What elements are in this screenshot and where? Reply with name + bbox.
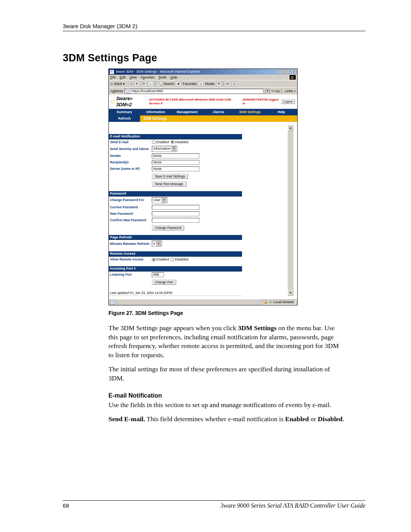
section-page-refresh: Page Refresh [109, 235, 242, 240]
media-label[interactable]: Media [205, 82, 215, 86]
section-password: Password [109, 191, 242, 197]
menu-favorites[interactable]: Favorites [140, 75, 155, 80]
stop-icon[interactable]: ✕ [134, 81, 140, 86]
tab-information[interactable]: Information [140, 109, 172, 115]
input-new-pw[interactable] [152, 211, 199, 216]
section-email: E-mail Notification [109, 134, 242, 139]
radio-remote-disabled[interactable]: Disabled [170, 257, 188, 262]
select-change-for[interactable]: User▼ [152, 197, 167, 203]
lock-icon: 🔒 [264, 300, 268, 304]
favorites-icon[interactable]: ★ [176, 81, 181, 86]
running-head: 3ware Disk Manager (3DM 2) [63, 23, 365, 29]
paragraph-1: The 3DM Settings page appears when you c… [108, 324, 344, 360]
page: 3ware Disk Manager (3DM 2) 3DM Settings … [0, 0, 411, 532]
label-new-pw: New Password [110, 212, 152, 216]
tab-management[interactable]: Management [172, 109, 203, 115]
change-password-button[interactable]: Change Password [152, 225, 184, 230]
input-server[interactable] [152, 166, 199, 171]
label-send-email: Send E-mail [110, 140, 152, 144]
tab-help[interactable]: Help [266, 109, 298, 115]
select-severity[interactable]: Information▼ [152, 146, 177, 152]
radio-email-enabled[interactable]: Enabled [152, 140, 169, 144]
history-icon[interactable]: ⟲ [216, 81, 221, 86]
status-page-icon: e [110, 300, 115, 304]
toolbar-separator [281, 88, 282, 94]
menu-tools[interactable]: Tools [158, 75, 166, 80]
label-sender: Sender [110, 154, 152, 158]
paragraph-3: Use the fields in this section to set up… [108, 401, 344, 410]
svg-rect-2 [291, 78, 292, 79]
save-email-button[interactable]: Save E-mail Settings [152, 174, 188, 179]
footer: 68 3ware 9000 Series Serial ATA RAID Con… [63, 500, 365, 509]
last-updated: Last updated Fri, Jan 23, 2004 12:09.20P… [109, 291, 242, 296]
close-button[interactable]: × [292, 70, 296, 74]
scrollbar[interactable]: ▲ ▼ [288, 125, 293, 296]
address-input[interactable]: e https://localhost:888/ [124, 89, 263, 94]
scroll-up-icon[interactable]: ▲ [288, 125, 293, 131]
go-button[interactable]: ↪ Go [271, 89, 280, 93]
menu-help[interactable]: Help [170, 75, 177, 80]
page-number: 68 [63, 502, 69, 509]
menu-edit[interactable]: Edit [120, 75, 126, 80]
input-confirm-pw[interactable] [152, 218, 199, 223]
scroll-down-icon[interactable]: ▼ [288, 290, 293, 296]
ie-icon: e [110, 70, 114, 74]
chevron-down-icon: ▼ [156, 241, 161, 246]
change-port-button[interactable]: Change Port [152, 280, 176, 285]
print-icon[interactable]: ⎙ [232, 81, 237, 86]
tab-summary[interactable]: Summary [109, 109, 140, 115]
label-server: Server (name or IP) [110, 167, 152, 171]
screenshot-browser-window: e 3ware 3DM - 3DM Settings - Microsoft I… [108, 69, 298, 305]
refresh-icon[interactable]: ⟳ [141, 81, 147, 86]
search-label[interactable]: Search [164, 82, 175, 86]
test-email-button[interactable]: Send Test Message [152, 181, 186, 187]
menu-view[interactable]: View [129, 75, 137, 80]
tab-alarms[interactable]: Alarms [203, 109, 235, 115]
section-remote: Remote Access [109, 251, 242, 257]
label-port: Listening Port [110, 273, 152, 276]
radio-remote-enabled[interactable]: Enabled [152, 257, 169, 262]
chevron-down-icon: ▼ [172, 147, 176, 151]
refresh-button[interactable]: Refresh [109, 115, 140, 122]
search-icon[interactable]: 🔍 [157, 81, 162, 86]
tab-3dm-settings[interactable]: 3DM Settings [234, 109, 266, 115]
svg-rect-1 [292, 76, 293, 77]
favorites-label[interactable]: Favorites [183, 82, 197, 86]
links-label[interactable]: Links » [285, 89, 296, 93]
home-icon[interactable]: ⌂ [148, 81, 153, 86]
address-dropdown-icon[interactable]: ▼ [265, 89, 270, 94]
input-port[interactable] [152, 272, 164, 277]
forward-button[interactable]: → ▾ [126, 82, 133, 86]
input-recipients[interactable] [152, 160, 199, 165]
mail-icon[interactable]: ✉ [225, 81, 230, 86]
head-rule [63, 31, 365, 31]
intranet-icon: ⊕ [269, 300, 272, 304]
select-minutes[interactable]: 5▼ [152, 241, 162, 247]
svg-rect-3 [292, 78, 293, 79]
toolbar-separator [155, 81, 155, 86]
brand: 3ware® 3DM®2 [116, 96, 148, 107]
subpage-title: 3DM Settings [140, 115, 297, 122]
footer-title: 3ware 9000 Series Serial ATA RAID Contro… [69, 502, 365, 509]
status-bar: e 🔒 ⊕ Local intranet [109, 299, 297, 305]
chevron-down-icon: ▼ [162, 198, 166, 203]
menu-file[interactable]: File [110, 75, 116, 80]
label-change-for: Change Password For [110, 198, 152, 202]
host-info: AUTHORIZ-BLTX2W (Microsoft Windows 2000 … [149, 98, 241, 105]
figure-caption: Figure 27. 3DM Settings Page [108, 310, 365, 316]
ie-throbber-icon [290, 75, 296, 80]
toolbar-separator [223, 81, 223, 86]
minimize-button[interactable]: − [278, 70, 283, 74]
maximize-button[interactable]: □ [285, 70, 290, 74]
subhead-email: E-mail Notification [108, 392, 365, 399]
media-icon[interactable]: ♫ [198, 81, 204, 86]
address-bar: Address e https://localhost:888/ ▼ ↪ Go … [109, 87, 297, 94]
logout-button[interactable]: Logout [281, 99, 295, 104]
dm-nav: Summary Information Management Alarms 3D… [109, 109, 297, 115]
svg-rect-0 [291, 76, 292, 77]
radio-email-disabled[interactable]: Disabled [170, 140, 188, 144]
input-sender[interactable] [152, 153, 199, 158]
back-button[interactable]: ⇦ Back ▾ [110, 82, 125, 86]
page-icon: e [126, 89, 131, 93]
input-current-pw[interactable] [152, 205, 199, 210]
